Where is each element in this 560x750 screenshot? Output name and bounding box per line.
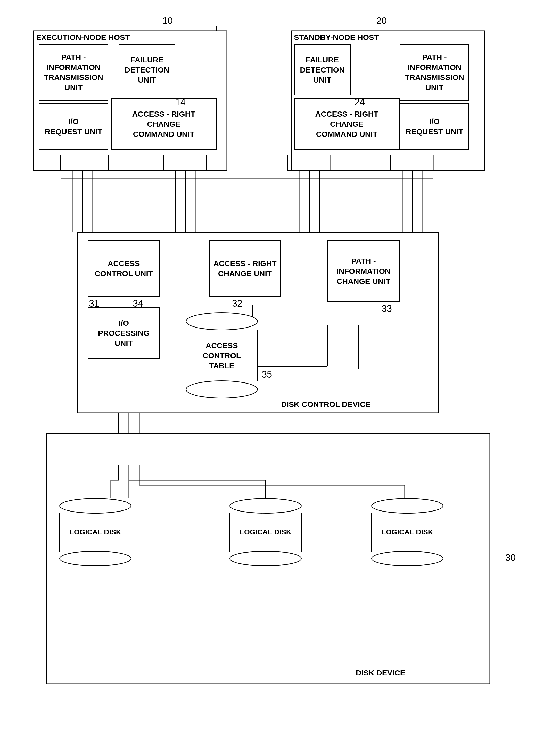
ref-30: 30 (505, 552, 516, 563)
disk-control-label: DISK CONTROL DEVICE (281, 400, 371, 409)
standby-host-label: STANDBY-NODE HOST (294, 33, 379, 42)
ref-33: 33 (381, 303, 392, 314)
ref-10: 10 (162, 16, 173, 26)
ref-35: 35 (262, 369, 272, 380)
ref-32: 32 (232, 298, 242, 309)
logical-disk-2: LOGICAL DISK (229, 498, 302, 566)
access-control-unit: ACCESSCONTROL UNIT (88, 240, 160, 297)
standby-access-right-change-cmd: ACCESS - RIGHTCHANGECOMMAND UNIT (294, 98, 400, 150)
access-right-change-unit: ACCESS - RIGHTCHANGE UNIT (209, 240, 281, 297)
logical-disk-1: LOGICAL DISK (59, 498, 131, 566)
standby-failure-detect-unit: FAILUREDETECTIONUNIT (294, 44, 351, 96)
ref-14: 14 (175, 97, 186, 107)
execution-host-label: EXECUTION-NODE HOST (36, 33, 130, 42)
path-info-change-unit: PATH -INFORMATIONCHANGE UNIT (328, 240, 400, 302)
exec-access-right-change-cmd: ACCESS - RIGHTCHANGECOMMAND UNIT (111, 98, 216, 150)
ref-24: 24 (354, 97, 365, 107)
exec-io-request-unit: I/OREQUEST UNIT (39, 103, 108, 150)
disk-device-label: DISK DEVICE (356, 668, 405, 677)
access-control-table: ACCESSCONTROLTABLE (186, 312, 258, 398)
ref-20: 20 (376, 16, 387, 26)
logical-disk-3: LOGICAL DISK (371, 498, 443, 566)
standby-path-info-unit: PATH -INFORMATIONTRANSMISSIONUNIT (400, 44, 469, 101)
diagram-container: 10 20 EXECUTION-NODE HOST PATH -INFORMAT… (21, 16, 536, 738)
standby-io-request-unit: I/OREQUEST UNIT (400, 103, 469, 150)
exec-path-info-unit: PATH -INFORMATIONTRANSMISSIONUNIT (39, 44, 108, 101)
io-processing-unit: I/OPROCESSINGUNIT (88, 307, 160, 359)
exec-failure-detect-unit: FAILUREDETECTIONUNIT (119, 44, 175, 96)
